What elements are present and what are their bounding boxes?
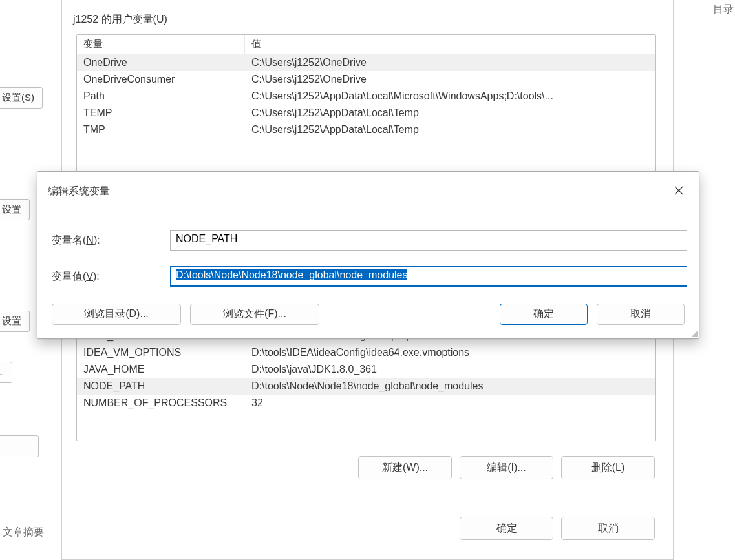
delete-button[interactable]: 删除(L) — [561, 456, 655, 479]
var-value-cell: D:\tools\IDEA\ideaConfig\idea64.exe.vmop… — [245, 346, 655, 360]
table-row[interactable]: PathC:\Users\j1252\AppData\Local\Microso… — [77, 88, 655, 105]
toc-label: 目录 — [713, 3, 734, 16]
var-value-input[interactable]: D:\tools\Node\Node18\node_global\node_mo… — [170, 266, 687, 287]
var-name-cell: NUMBER_OF_PROCESSORS — [77, 396, 245, 410]
cancel-button[interactable]: 取消 — [561, 517, 655, 540]
bg-env-var-tab[interactable]: 境变量(N)... — [0, 362, 12, 383]
dialog-cancel-button[interactable]: 取消 — [597, 304, 685, 325]
var-value-cell: C:\Users\j1252\OneDrive — [245, 72, 655, 87]
table-row[interactable]: JAVA_HOMED:\tools\java\JDK1.8.0_361 — [77, 361, 655, 378]
bg-settings-tab-1[interactable]: 设置(S) — [0, 87, 43, 109]
var-value-cell: C:\Users\j1252\AppData\Local\Temp — [245, 123, 655, 137]
table-row[interactable]: OneDriveC:\Users\j1252\OneDrive — [77, 54, 655, 71]
var-name-cell: OneDriveConsumer — [77, 72, 245, 87]
col-header-var[interactable]: 变量 — [77, 35, 245, 54]
dialog-right-buttons: 确定 取消 — [500, 304, 685, 325]
resize-grip-icon[interactable] — [690, 329, 698, 337]
ok-button[interactable]: 确定 — [460, 517, 553, 540]
table-header: 变量 值 — [77, 35, 655, 54]
bg-partial-button[interactable] — [0, 435, 39, 457]
var-value-cell: C:\Users\j1252\AppData\Local\Temp — [245, 106, 655, 120]
var-value-cell: D:\tools\Node\Node18\node_global\node_mo… — [245, 379, 655, 393]
var-name-cell: OneDrive — [77, 56, 245, 70]
table-row[interactable]: TEMPC:\Users\j1252\AppData\Local\Temp — [77, 105, 655, 121]
table-row[interactable]: IDEA_VM_OPTIONSD:\tools\IDEA\ideaConfig\… — [77, 344, 655, 361]
var-value-cell: 32 — [245, 396, 655, 410]
table-row[interactable]: NODE_PATHD:\tools\Node\Node18\node_globa… — [77, 378, 655, 395]
edit-button[interactable]: 编辑(I)... — [460, 456, 553, 479]
dialog-title: 编辑系统变量 — [48, 185, 110, 198]
var-name-cell: TMP — [77, 123, 245, 137]
table-row[interactable]: TMPC:\Users\j1252\AppData\Local\Temp — [77, 121, 655, 138]
sys-buttons-row: 新建(W)... 编辑(I)... 删除(L) — [358, 456, 655, 479]
bg-settings-tab-2[interactable]: 设置 — [0, 199, 30, 220]
var-name-label: 变量名(N): — [52, 234, 100, 247]
var-value-label: 变量值(V): — [52, 270, 100, 284]
footer-buttons-row: 确定 取消 — [460, 517, 655, 540]
var-name-cell: JAVA_HOME — [77, 362, 245, 377]
browse-dir-button[interactable]: 浏览目录(D)... — [52, 304, 181, 325]
var-value-cell: C:\Users\j1252\OneDrive — [245, 56, 655, 70]
dialog-ok-button[interactable]: 确定 — [500, 304, 588, 325]
close-icon[interactable] — [672, 183, 686, 198]
dialog-left-buttons: 浏览目录(D)... 浏览文件(F)... — [52, 304, 319, 325]
user-vars-table[interactable]: 变量 值 OneDriveC:\Users\j1252\OneDriveOneD… — [76, 34, 656, 181]
article-summary-label: 文章摘要 — [3, 526, 44, 539]
var-name-cell: Path — [77, 89, 245, 103]
col-header-val[interactable]: 值 — [245, 35, 655, 54]
new-button[interactable]: 新建(W)... — [358, 456, 452, 479]
edit-sys-var-dialog: 编辑系统变量 变量名(N): NODE_PATH 变量值(V): D:\tool… — [37, 171, 699, 339]
table-row[interactable]: OneDriveConsumerC:\Users\j1252\OneDrive — [77, 71, 655, 88]
var-name-cell: IDEA_VM_OPTIONS — [77, 346, 245, 360]
user-vars-title: j1252 的用户变量(U) — [73, 13, 167, 26]
bg-settings-tab-3[interactable]: 设置 — [0, 311, 30, 332]
var-name-cell: NODE_PATH — [77, 379, 245, 393]
table-row[interactable]: NUMBER_OF_PROCESSORS32 — [77, 395, 655, 411]
browse-file-button[interactable]: 浏览文件(F)... — [190, 304, 319, 325]
var-name-cell: TEMP — [77, 106, 245, 120]
var-value-cell: C:\Users\j1252\AppData\Local\Microsoft\W… — [245, 89, 655, 103]
var-value-cell: D:\tools\java\JDK1.8.0_361 — [245, 362, 655, 377]
var-name-input[interactable]: NODE_PATH — [170, 230, 687, 251]
